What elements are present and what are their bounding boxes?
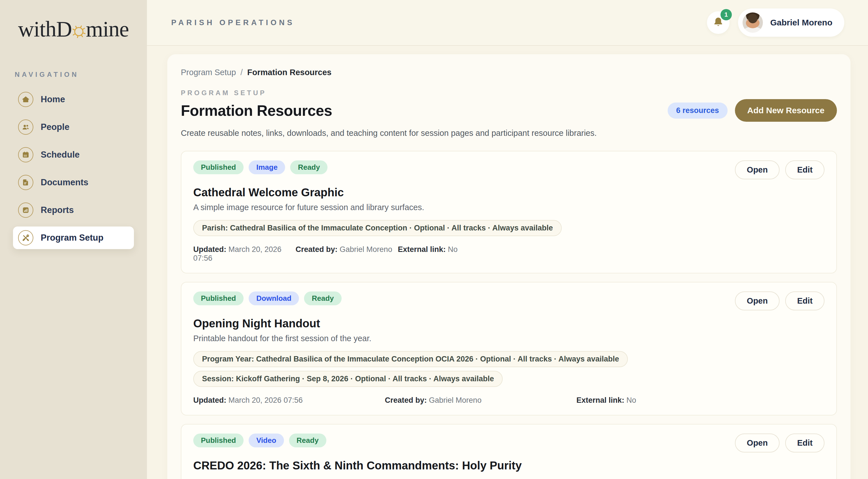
resource-list: PublishedImageReady Open Edit Cathedral … [181,151,837,479]
meta-row: Updated: March 20, 2026 07:56 Created by… [193,396,825,405]
sidebar-item-people[interactable]: People [13,116,134,138]
nav-section-label: NAVIGATION [15,71,134,78]
meta-created: Created by: Gabriel Moreno [296,245,398,263]
tools-icon [18,230,33,246]
status-badge: Published [193,160,244,174]
resource-count-badge: 6 resources [668,102,727,119]
meta-link: External link: No [398,245,825,263]
resource-card: PublishedDownloadReady Open Edit Opening… [181,282,837,415]
resource-title: Opening Night Handout [193,317,825,330]
status-badge: Ready [304,291,341,305]
status-badge: Ready [290,160,328,174]
document-icon [18,175,33,190]
breadcrumb-separator: / [241,68,243,77]
badge-row: PublishedImageReady [193,160,328,174]
brand-logo-left: withD [18,17,72,42]
badge-row: PublishedDownloadReady [193,291,342,305]
resource-description: Printable handout for the first session … [193,334,825,343]
page-panel: Program Setup / Formation Resources PROG… [167,54,850,479]
status-badge: Published [193,291,244,305]
sidebar-item-documents[interactable]: Documents [13,171,134,194]
calendar-icon [18,147,33,162]
meta-updated: Updated: March 20, 2026 07:56 [193,396,385,405]
open-button[interactable]: Open [735,291,780,310]
breadcrumb-current: Formation Resources [247,68,332,77]
nav-list: Home People Schedule Documents Reports P… [13,88,134,249]
page-title: Formation Resources [181,102,332,119]
notification-count-badge: 1 [720,9,732,20]
breadcrumb: Program Setup / Formation Resources [181,68,837,77]
avatar [743,12,763,33]
brand-logo: withD mine [13,17,134,42]
meta-updated: Updated: March 20, 2026 07:56 [193,245,296,263]
meta-row: Updated: March 20, 2026 07:56 Created by… [193,245,825,263]
home-icon [18,92,33,107]
chart-icon [18,202,33,218]
availability-tag: Parish: Cathedral Basilica of the Immacu… [193,220,562,236]
availability-tag: Session: Kickoff Gathering · Sep 8, 2026… [193,371,503,387]
resource-card: PublishedVideoReady Open Edit CREDO 2026… [181,424,837,479]
main-column: PARISH OPERATIONS 1 Gabriel Moreno Progr… [147,0,868,479]
people-icon [18,120,33,135]
resource-title: CREDO 2026: The Sixth & Ninth Commandmen… [193,459,825,472]
add-new-resource-button[interactable]: Add New Resource [735,99,837,122]
edit-button[interactable]: Edit [785,291,825,310]
open-button[interactable]: Open [735,160,780,179]
badge-row: PublishedVideoReady [193,434,327,447]
resource-description: A simple image resource for future sessi… [193,203,825,212]
user-menu[interactable]: Gabriel Moreno [738,8,844,37]
sidebar-item-reports[interactable]: Reports [13,199,134,221]
resource-card: PublishedImageReady Open Edit Cathedral … [181,151,837,274]
sidebar-item-program-setup[interactable]: Program Setup [13,226,134,249]
availability-tag: Program Year: Cathedral Basilica of the … [193,351,628,367]
page-eyebrow: PROGRAM SETUP [181,89,837,97]
tag-list: Parish: Cathedral Basilica of the Immacu… [193,220,825,236]
page-description: Create reusable notes, links, downloads,… [181,128,837,138]
content-area: Program Setup / Formation Resources PROG… [147,46,868,479]
workspace-title: PARISH OPERATIONS [171,18,295,27]
title-actions: 6 resources Add New Resource [668,99,837,122]
meta-link: External link: No [577,396,825,405]
card-actions: Open Edit [735,160,825,179]
sidebar-item-home[interactable]: Home [13,88,134,111]
brand-logo-right: mine [86,17,129,42]
sidebar: withD mine NAVIGATION Home People Schedu… [0,0,147,479]
user-name: Gabriel Moreno [770,18,832,27]
status-badge: Download [249,291,299,305]
sidebar-item-schedule[interactable]: Schedule [13,143,134,166]
edit-button[interactable]: Edit [785,160,825,179]
status-badge: Ready [289,434,327,447]
open-button[interactable]: Open [735,434,780,452]
top-bar: PARISH OPERATIONS 1 Gabriel Moreno [147,0,868,46]
card-actions: Open Edit [735,291,825,310]
tag-list: Program Year: Cathedral Basilica of the … [193,351,825,387]
meta-created: Created by: Gabriel Moreno [385,396,577,405]
crown-of-thorns-icon [72,18,86,32]
edit-button[interactable]: Edit [785,434,825,452]
card-actions: Open Edit [735,434,825,452]
status-badge: Video [249,434,284,447]
status-badge: Published [193,434,244,447]
resource-title: Cathedral Welcome Graphic [193,186,825,199]
status-badge: Image [249,160,285,174]
notifications-button[interactable]: 1 [707,11,730,34]
breadcrumb-parent[interactable]: Program Setup [181,68,236,77]
